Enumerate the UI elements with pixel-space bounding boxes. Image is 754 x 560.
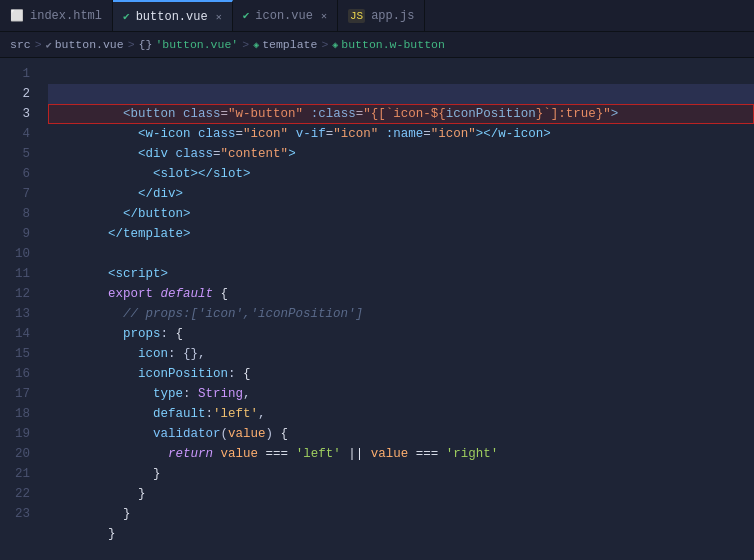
code-line-1: <template> <box>48 64 754 84</box>
code-lines: <template> <button class="w-button" :cla… <box>38 58 754 560</box>
tab-close-icon[interactable]: ✕ <box>321 10 327 22</box>
code-line-6: </div> <box>48 164 754 184</box>
breadcrumb-braces: {} <box>139 38 153 51</box>
line-num-1: 1 <box>0 64 38 84</box>
line-num-7: 7 <box>0 184 38 204</box>
vue-icon: ✔ <box>243 9 250 22</box>
line-num-20: 20 <box>0 444 38 464</box>
line-num-11: 11 <box>0 264 38 284</box>
line-num-3: 3 <box>0 104 38 124</box>
breadcrumb-class: button.w-button <box>341 38 445 51</box>
line-num-6: 6 <box>0 164 38 184</box>
code-line-20: } <box>48 444 754 464</box>
tab-close-icon[interactable]: ✕ <box>216 11 222 23</box>
breadcrumb-file: button.vue <box>55 38 124 51</box>
line-num-10: 10 <box>0 244 38 264</box>
code-line-9 <box>48 224 754 244</box>
code-line-5: <slot></slot> <box>48 144 754 164</box>
code-line-12: // props:['icon','iconPosition'] <box>48 284 754 304</box>
breadcrumb-vue-icon: ✔ <box>46 39 52 51</box>
line-num-12: 12 <box>0 284 38 304</box>
code-line-19: return value === 'left' || value === 'ri… <box>48 424 754 444</box>
code-line-3: <w-icon class="icon" v-if="icon" :name="… <box>48 104 754 124</box>
code-line-14: icon: {}, <box>48 324 754 344</box>
tab-app-js[interactable]: JS app.js <box>338 0 425 31</box>
tab-icon-vue[interactable]: ✔ icon.vue ✕ <box>233 0 338 31</box>
tab-index-html[interactable]: ⬜ index.html <box>0 0 113 31</box>
breadcrumb: src > ✔ button.vue > {} 'button.vue' > ◈… <box>0 32 754 58</box>
line-num-19: 19 <box>0 424 38 444</box>
code-line-16: type: String, <box>48 364 754 384</box>
line-num-13: 13 <box>0 304 38 324</box>
line-numbers: 1 2 3 4 5 6 7 8 9 10 11 12 13 14 15 16 1… <box>0 58 38 560</box>
line-num-16: 16 <box>0 364 38 384</box>
code-line-2: <button class="w-button" :class="{[`icon… <box>48 84 754 104</box>
breadcrumb-sep: > <box>35 38 42 51</box>
code-line-17: default:'left', <box>48 384 754 404</box>
tab-label: icon.vue <box>255 9 313 23</box>
line-num-17: 17 <box>0 384 38 404</box>
code-line-4: <div class="content"> <box>48 124 754 144</box>
code-line-13: props: { <box>48 304 754 324</box>
line-num-2: 2 <box>0 84 38 104</box>
breadcrumb-sep2: > <box>128 38 135 51</box>
code-line-22: } <box>48 484 754 504</box>
tab-label: index.html <box>30 9 102 23</box>
line-num-9: 9 <box>0 224 38 244</box>
js-icon: JS <box>348 9 365 23</box>
breadcrumb-sep3: > <box>242 38 249 51</box>
breadcrumb-sep4: > <box>321 38 328 51</box>
line-num-18: 18 <box>0 404 38 424</box>
breadcrumb-class-icon: ◈ <box>332 39 338 51</box>
code-line-10: <script> <box>48 244 754 264</box>
line-num-14: 14 <box>0 324 38 344</box>
code-editor[interactable]: 1 2 3 4 5 6 7 8 9 10 11 12 13 14 15 16 1… <box>0 58 754 560</box>
code-line-11: export default { <box>48 264 754 284</box>
line-num-15: 15 <box>0 344 38 364</box>
tab-label: button.vue <box>136 10 208 24</box>
line-num-4: 4 <box>0 124 38 144</box>
line-num-23: 23 <box>0 504 38 524</box>
code-line-18: validator(value) { <box>48 404 754 424</box>
line-num-8: 8 <box>0 204 38 224</box>
vue-icon: ✔ <box>123 10 130 23</box>
code-area: 1 2 3 4 5 6 7 8 9 10 11 12 13 14 15 16 1… <box>0 58 754 560</box>
breadcrumb-quote: 'button.vue' <box>155 38 238 51</box>
code-line-15: iconPosition: { <box>48 344 754 364</box>
code-line-7: </button> <box>48 184 754 204</box>
breadcrumb-template: template <box>262 38 317 51</box>
code-line-8: </template> <box>48 204 754 224</box>
code-line-21: } <box>48 464 754 484</box>
line-num-21: 21 <box>0 464 38 484</box>
line-num-5: 5 <box>0 144 38 164</box>
code-line-23: } <box>48 504 754 524</box>
tab-bar: ⬜ index.html ✔ button.vue ✕ ✔ icon.vue ✕… <box>0 0 754 32</box>
breadcrumb-src: src <box>10 38 31 51</box>
breadcrumb-template-icon: ◈ <box>253 39 259 51</box>
html-icon: ⬜ <box>10 9 24 22</box>
line-num-22: 22 <box>0 484 38 504</box>
tab-button-vue[interactable]: ✔ button.vue ✕ <box>113 0 233 31</box>
tab-label: app.js <box>371 9 414 23</box>
